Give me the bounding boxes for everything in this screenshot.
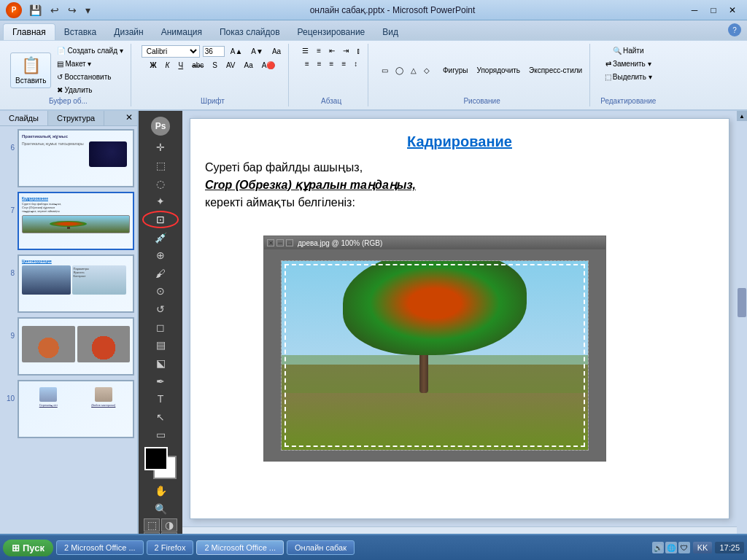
hand-tool[interactable]: ✋ bbox=[142, 483, 179, 500]
delete-button[interactable]: ✖ Удалить bbox=[54, 85, 125, 96]
scroll-thumb[interactable] bbox=[738, 288, 746, 317]
stamp-tool[interactable]: ⊙ bbox=[142, 283, 179, 300]
quick-style-button[interactable]: Экспресс-стили bbox=[526, 65, 585, 76]
magic-wand-tool[interactable]: ✦ bbox=[142, 192, 179, 210]
justify-button[interactable]: ≡ bbox=[338, 58, 349, 69]
eraser-tool[interactable]: ◻ bbox=[142, 319, 179, 336]
tab-view[interactable]: Вид bbox=[374, 23, 407, 40]
font-grow-button[interactable]: A▲ bbox=[228, 46, 246, 57]
pen-tool[interactable]: ✒ bbox=[142, 373, 179, 390]
slide-item[interactable]: 6 Практикалық жұмыс Практикалық жұмыс та… bbox=[3, 129, 134, 187]
slide-thumb-6[interactable]: Практикалық жұмыс Практикалық жұмыс тапс… bbox=[18, 129, 134, 187]
bullet-list-button[interactable]: ☰ bbox=[299, 45, 311, 56]
font-color-button[interactable]: A🔴 bbox=[259, 60, 279, 71]
zoom-tool[interactable]: 🔍 bbox=[142, 500, 179, 518]
slide-item[interactable]: 8 Цветокоррекция ПараметрыЯркостьКонтрас… bbox=[3, 254, 134, 313]
underline-button[interactable]: Ч bbox=[175, 60, 186, 71]
clear-format-button[interactable]: Aa bbox=[269, 46, 284, 57]
maximize-button[interactable]: □ bbox=[705, 3, 722, 18]
eyedropper-tool[interactable]: 💉 bbox=[142, 229, 179, 246]
align-right-button[interactable]: ≡ bbox=[327, 58, 337, 69]
taskbar-item-2[interactable]: 2 Microsoft Office ... bbox=[196, 540, 284, 555]
tab-design[interactable]: Дизайн bbox=[105, 23, 152, 40]
align-left-button[interactable]: ≡ bbox=[302, 58, 312, 69]
change-case-button[interactable]: Aa bbox=[241, 60, 256, 71]
font-size-input[interactable] bbox=[203, 46, 225, 57]
minimize-button[interactable]: ─ bbox=[686, 3, 703, 18]
tab-review[interactable]: Рецензирование bbox=[289, 23, 374, 40]
marquee-tool[interactable]: ⬚ bbox=[142, 157, 179, 174]
type-tool[interactable]: T bbox=[142, 390, 179, 408]
select-button[interactable]: ⬚ Выделить ▾ bbox=[602, 71, 655, 82]
shapes-button[interactable]: Фигуры bbox=[440, 65, 471, 76]
replace-button[interactable]: ⇄ Заменить ▾ bbox=[603, 58, 654, 69]
shape-4[interactable]: ◇ bbox=[421, 65, 433, 76]
ps-maximize-btn[interactable]: □ bbox=[286, 239, 293, 246]
scroll-up-button[interactable]: ▲ bbox=[737, 111, 747, 121]
insert-button[interactable]: 📋 Вставить bbox=[10, 52, 51, 88]
taskbar-item-1[interactable]: 2 Firefox bbox=[147, 540, 194, 555]
tab-home[interactable]: Главная bbox=[3, 23, 55, 40]
slide-item[interactable]: 9 сала сала bbox=[3, 317, 134, 376]
brush-tool[interactable]: 🖌 bbox=[142, 265, 179, 282]
find-button[interactable]: 🔍 Найти bbox=[610, 45, 647, 56]
redo-qat-button[interactable]: ↪ bbox=[65, 3, 80, 18]
help-button[interactable]: ? bbox=[728, 23, 741, 36]
create-slide-button[interactable]: 📄 Создать слайд ▾ bbox=[54, 45, 125, 56]
shadow-button[interactable]: S bbox=[209, 60, 220, 71]
quickmask-mode-button[interactable]: ◑ bbox=[161, 518, 177, 532]
taskbar-item-0[interactable]: 2 Microsoft Office ... bbox=[56, 540, 144, 555]
font-name-select[interactable]: Calibri bbox=[142, 45, 200, 58]
align-center-button[interactable]: ≡ bbox=[314, 58, 325, 69]
standard-mode-button[interactable]: ⬚ bbox=[144, 518, 160, 532]
numbered-list-button[interactable]: ≡ bbox=[314, 45, 324, 56]
lasso-tool[interactable]: ◌ bbox=[142, 175, 179, 192]
save-qat-button[interactable]: 💾 bbox=[26, 3, 44, 18]
slides-tab[interactable]: Слайды bbox=[0, 111, 48, 125]
increase-indent-button[interactable]: ⇥ bbox=[340, 45, 352, 56]
ps-minimize-btn[interactable]: ─ bbox=[276, 239, 284, 246]
arrange-button[interactable]: Упорядочить bbox=[474, 65, 524, 76]
dodge-tool[interactable]: ⬕ bbox=[142, 354, 179, 372]
line-spacing-button[interactable]: ↕ bbox=[351, 58, 360, 69]
crop-tool[interactable]: ⊡ bbox=[142, 211, 179, 228]
taskbar-item-3[interactable]: Онлайн сабак bbox=[287, 540, 355, 555]
layout-button[interactable]: ▤ Макет ▾ bbox=[54, 58, 125, 69]
history-brush-tool[interactable]: ↺ bbox=[142, 300, 179, 318]
tab-slideshow[interactable]: Показ слайдов bbox=[211, 23, 289, 40]
tab-animation[interactable]: Анимация bbox=[152, 23, 211, 40]
decrease-indent-button[interactable]: ⇤ bbox=[326, 45, 338, 56]
shape-1[interactable]: ▭ bbox=[379, 65, 391, 76]
panel-close-button[interactable]: ✕ bbox=[121, 111, 137, 125]
shape-tool[interactable]: ▭ bbox=[142, 427, 179, 444]
close-button[interactable]: ✕ bbox=[724, 3, 741, 18]
structure-tab[interactable]: Структура bbox=[48, 111, 104, 125]
slide-title[interactable]: Кадрирование bbox=[205, 133, 714, 150]
gradient-tool[interactable]: ▤ bbox=[142, 337, 179, 354]
shape-2[interactable]: ◯ bbox=[392, 65, 406, 76]
slide-thumb-10[interactable]: Сережнің сіті (Бейне материал) bbox=[18, 380, 134, 438]
move-tool[interactable]: ✛ bbox=[142, 139, 179, 157]
ps-close-btn[interactable]: ✕ bbox=[267, 239, 274, 246]
bold-button[interactable]: Ж bbox=[147, 60, 160, 71]
tab-insert[interactable]: Вставка bbox=[55, 23, 106, 40]
font-shrink-button[interactable]: A▼ bbox=[248, 46, 266, 57]
slide-item[interactable]: 7 Кадрирование Суреті бар файлды ашыңыз,… bbox=[3, 192, 134, 250]
columns-button[interactable]: ⫿ bbox=[354, 45, 363, 56]
foreground-color-box[interactable] bbox=[144, 447, 168, 470]
qat-dropdown-button[interactable]: ▾ bbox=[82, 3, 93, 18]
heal-brush-tool[interactable]: ⊕ bbox=[142, 246, 179, 264]
italic-button[interactable]: К bbox=[163, 60, 173, 71]
start-button[interactable]: ⊞ Пуск bbox=[3, 540, 53, 556]
slide-thumb-7[interactable]: Кадрирование Суреті бар файлды ашыңыз, C… bbox=[18, 192, 134, 250]
slide-thumb-9[interactable]: сала сала bbox=[18, 317, 134, 376]
slide-item[interactable]: 10 Сережнің сіті (Бейне материал) bbox=[3, 380, 134, 438]
char-spacing-button[interactable]: AV bbox=[223, 60, 239, 71]
vertical-scrollbar[interactable]: ▲ ▼ bbox=[737, 111, 747, 548]
strikethrough-button[interactable]: abc bbox=[189, 60, 206, 71]
slide-thumb-8[interactable]: Цветокоррекция ПараметрыЯркостьКонтраст bbox=[18, 254, 134, 313]
restore-button[interactable]: ↺ Восстановить bbox=[54, 71, 125, 82]
path-select-tool[interactable]: ↖ bbox=[142, 408, 179, 426]
shape-3[interactable]: △ bbox=[408, 65, 419, 76]
color-boxes[interactable] bbox=[144, 447, 177, 478]
